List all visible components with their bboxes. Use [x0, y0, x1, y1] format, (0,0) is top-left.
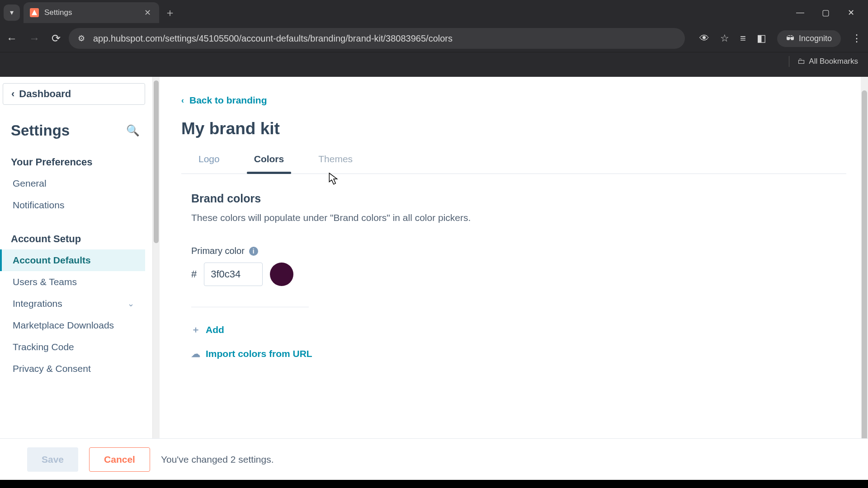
dashboard-label: Dashboard: [19, 88, 71, 100]
sidebar-container: ‹ Dashboard Settings 🔍 Your Preferences …: [0, 77, 160, 480]
dashboard-back-link[interactable]: ‹ Dashboard: [3, 83, 145, 105]
chevron-left-icon: ‹: [11, 88, 14, 100]
section-description: These colors will populate under "Brand …: [191, 212, 836, 223]
side-panel-icon[interactable]: ◧: [757, 33, 766, 44]
hex-input[interactable]: [204, 263, 263, 286]
hash-symbol: #: [191, 268, 197, 280]
tabs-dropdown-button[interactable]: ▾: [4, 5, 20, 21]
kebab-menu-icon[interactable]: ⋮: [852, 33, 862, 44]
divider: [191, 307, 309, 307]
address-bar-row: ← → ⟳ ⚙ app.hubspot.com/settings/4510550…: [0, 25, 868, 52]
forward-icon[interactable]: →: [29, 32, 40, 45]
folder-icon: 🗀: [797, 57, 805, 66]
incognito-icon: 🕶: [786, 34, 794, 43]
sidebar-group-prefs: Your Preferences: [0, 156, 145, 168]
add-color-button[interactable]: ＋ Add: [191, 324, 836, 336]
section-title: Brand colors: [191, 192, 836, 205]
tab-logo[interactable]: Logo: [181, 154, 237, 174]
new-tab-button[interactable]: ＋: [165, 5, 175, 20]
sidebar-group-account: Account Setup: [0, 233, 145, 245]
close-window-icon[interactable]: ✕: [846, 8, 855, 18]
sidebar-item-marketplace[interactable]: Marketplace Downloads: [0, 314, 145, 336]
bookmarks-bar: 🗀 All Bookmarks: [0, 52, 868, 70]
star-bookmark-icon[interactable]: ☆: [720, 33, 729, 44]
page-title: My brand kit: [181, 119, 846, 138]
search-icon[interactable]: 🔍: [126, 124, 140, 137]
sidebar-item-notifications[interactable]: Notifications: [0, 194, 145, 216]
page-scrollbar[interactable]: [861, 77, 868, 480]
save-button[interactable]: Save: [27, 447, 78, 472]
back-icon[interactable]: ←: [6, 32, 17, 45]
chevron-left-icon: ‹: [181, 96, 184, 105]
main-content: ‹ Back to branding My brand kit Logo Col…: [160, 77, 868, 480]
tab-strip: ▾ Settings ✕ ＋ ― ▢ ✕: [0, 0, 868, 25]
settings-heading: Settings: [11, 122, 70, 139]
import-colors-button[interactable]: ☁ Import colors from URL: [191, 348, 836, 359]
maximize-icon[interactable]: ▢: [821, 8, 830, 18]
minimize-icon[interactable]: ―: [796, 8, 805, 18]
sidebar-item-tracking[interactable]: Tracking Code: [0, 336, 145, 358]
address-bar[interactable]: ⚙ app.hubspot.com/settings/45105500/acco…: [69, 28, 685, 49]
sidebar-scroll-thumb[interactable]: [154, 80, 159, 243]
sidebar: ‹ Dashboard Settings 🔍 Your Preferences …: [0, 77, 152, 480]
app-root: ‹ Dashboard Settings 🔍 Your Preferences …: [0, 77, 868, 480]
back-label: Back to branding: [189, 95, 267, 106]
chevron-down-icon: ⌄: [127, 299, 134, 309]
reload-icon[interactable]: ⟳: [52, 32, 61, 45]
tab-themes[interactable]: Themes: [301, 154, 370, 174]
url-text: app.hubspot.com/settings/45105500/accoun…: [93, 33, 453, 44]
page-scroll-thumb[interactable]: [862, 90, 867, 466]
all-bookmarks-link[interactable]: All Bookmarks: [809, 57, 858, 66]
cancel-button[interactable]: Cancel: [89, 447, 150, 472]
tab-title: Settings: [44, 8, 139, 17]
back-to-branding-link[interactable]: ‹ Back to branding: [181, 95, 846, 106]
browser-chrome: ▾ Settings ✕ ＋ ― ▢ ✕ ← → ⟳ ⚙ app.hubspot…: [0, 0, 868, 77]
primary-color-row: #: [191, 263, 836, 286]
close-tab-icon[interactable]: ✕: [144, 8, 151, 18]
brand-colors-section: Brand colors These colors will populate …: [181, 174, 846, 359]
divider: [789, 56, 789, 67]
info-icon[interactable]: i: [249, 247, 258, 256]
incognito-label: Incognito: [799, 34, 832, 43]
hubspot-favicon-icon: [30, 8, 39, 17]
sidebar-scrollbar[interactable]: ▾: [152, 77, 160, 480]
primary-color-label: Primary color i: [191, 246, 836, 256]
plus-icon: ＋: [191, 324, 200, 336]
incognito-badge[interactable]: 🕶 Incognito: [777, 30, 841, 47]
sidebar-item-account-defaults[interactable]: Account Defaults: [0, 249, 145, 271]
changed-settings-status: You've changed 2 settings.: [161, 454, 274, 465]
sidebar-item-users-teams[interactable]: Users & Teams: [0, 271, 145, 293]
tab-colors[interactable]: Colors: [237, 154, 302, 174]
sidebar-item-general[interactable]: General: [0, 173, 145, 194]
sidebar-item-privacy[interactable]: Privacy & Consent: [0, 358, 145, 380]
save-footer: Save Cancel You've changed 2 settings.: [0, 438, 868, 480]
browser-tab[interactable]: Settings ✕: [24, 2, 159, 23]
reading-list-icon[interactable]: ≡: [740, 33, 746, 44]
sidebar-item-integrations[interactable]: Integrations⌄: [0, 293, 145, 314]
window-controls: ― ▢ ✕: [796, 8, 868, 18]
site-settings-icon[interactable]: ⚙: [78, 33, 85, 43]
color-swatch[interactable]: [270, 263, 293, 286]
taskbar-strip: [0, 480, 868, 488]
eye-off-icon[interactable]: 👁: [699, 33, 709, 44]
tabs: Logo Colors Themes: [181, 154, 846, 174]
chevron-down-icon: ▾: [10, 8, 14, 17]
cloud-upload-icon: ☁: [191, 348, 200, 359]
